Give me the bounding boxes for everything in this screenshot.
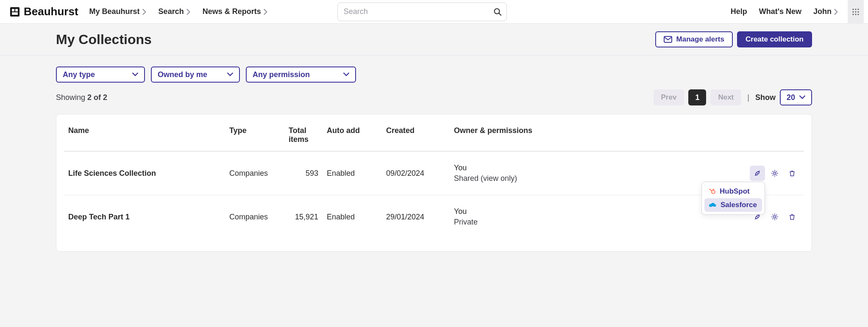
filter-owner-label: Owned by me [158,70,207,79]
pager-separator: | [746,93,751,102]
nav-help-label: Help [731,7,747,16]
table-row: Life Sciences Collection Companies 593 E… [64,151,804,195]
nav-news-label: News & Reports [203,7,261,16]
trash-icon [788,213,796,221]
cell-created: 09/02/2024 [382,151,450,195]
svg-point-25 [773,216,776,218]
filter-type[interactable]: Any type [56,67,145,83]
owner-line2: Shared (view only) [454,174,740,183]
svg-point-8 [857,8,859,10]
cell-auto: Enabled [323,151,382,195]
svg-rect-3 [12,12,18,15]
svg-point-24 [773,172,776,174]
gear-icon [771,169,779,177]
nav-user-name: John [813,7,832,16]
cell-created: 29/01/2024 [382,195,450,239]
col-auto: Auto add [323,122,382,151]
brand[interactable]: Beauhurst [4,5,83,18]
popover-hubspot-label: HubSpot [720,187,750,196]
chevron-right-icon [186,9,191,15]
nav-news-reports[interactable]: News & Reports [197,0,274,24]
svg-point-13 [855,14,856,15]
cell-name[interactable]: Deep Tech Part 1 [64,195,225,239]
settings-button[interactable] [767,166,782,181]
filter-permission[interactable]: Any permission [246,67,356,83]
nav-whats-new-label: What's New [759,7,801,16]
top-navbar: Beauhurst My Beauhurst Search News & Rep… [0,0,868,24]
cell-owner: You Private [450,195,745,239]
filter-type-label: Any type [63,70,95,79]
integrations-popover: HubSpot Salesforce [701,182,765,215]
col-owner: Owner & permissions [450,122,745,151]
settings-button[interactable] [767,209,782,224]
page-title: My Collections [56,32,152,47]
owner-line2: Private [454,218,740,227]
cell-total: 15,921 [284,195,323,239]
svg-rect-0 [10,7,19,17]
svg-point-10 [855,11,856,12]
gear-icon [771,213,779,221]
hubspot-icon [709,188,715,195]
nav-user-menu[interactable]: John [807,0,844,24]
manage-alerts-button[interactable]: Manage alerts [655,31,733,47]
table-row: Deep Tech Part 1 Companies 15,921 Enable… [64,195,804,239]
cell-type: Companies [225,195,284,239]
svg-rect-2 [15,9,18,11]
search-icon[interactable] [493,8,502,16]
chevron-right-icon [142,9,147,15]
page-size-select[interactable]: 20 [780,89,812,105]
trash-icon [788,169,796,177]
chevron-down-icon [343,72,349,77]
show-label: Show [755,93,776,102]
cell-name[interactable]: Life Sciences Collection [64,151,225,195]
cell-auto: Enabled [323,195,382,239]
cell-owner: You Shared (view only) [450,151,745,195]
col-name: Name [64,122,225,151]
nav-search-label: Search [159,7,184,16]
brand-logo-icon [9,6,20,17]
col-actions [745,122,804,151]
popover-salesforce[interactable]: Salesforce [704,198,762,212]
svg-point-4 [494,8,499,14]
manage-alerts-label: Manage alerts [676,35,724,44]
nav-search[interactable]: Search [153,0,197,24]
nav-my-beauhurst[interactable]: My Beauhurst [83,0,153,24]
salesforce-icon [709,202,716,208]
filter-permission-label: Any permission [253,70,310,79]
col-type: Type [225,122,284,151]
popover-salesforce-label: Salesforce [721,201,757,209]
apps-grid-button[interactable] [848,0,864,24]
chevron-down-icon [132,72,138,77]
col-created: Created [382,122,450,151]
nav-help[interactable]: Help [725,0,753,24]
delete-button[interactable] [785,166,800,181]
svg-line-5 [499,13,501,15]
cell-total: 593 [284,151,323,195]
create-collection-button[interactable]: Create collection [737,31,812,47]
brand-name: Beauhurst [24,5,78,18]
cell-actions: HubSpot Salesforce [745,151,804,195]
nav-whats-new[interactable]: What's New [753,0,807,24]
prev-button[interactable]: Prev [654,89,684,105]
chevron-right-icon [264,9,268,15]
svg-point-14 [857,14,859,15]
popover-hubspot[interactable]: HubSpot [704,185,762,198]
col-total: Total items [284,122,323,151]
page-size-value: 20 [787,93,795,102]
integrations-button[interactable]: HubSpot Salesforce [750,166,765,181]
delete-button[interactable] [785,209,800,224]
pagination: Prev 1 Next | Show 20 [654,89,812,105]
meta-row: Showing 2 of 2 Prev 1 Next | Show 20 [56,89,812,105]
search-input[interactable] [337,3,507,21]
owner-line1: You [454,164,467,172]
envelope-icon [664,36,672,43]
filter-row: Any type Owned by me Any permission [56,67,812,83]
svg-point-9 [852,11,854,12]
filter-owner[interactable]: Owned by me [151,67,240,83]
owner-line1: You [454,207,467,216]
next-button[interactable]: Next [710,89,741,105]
results-count: Showing 2 of 2 [56,93,107,102]
chevron-down-icon [227,72,233,77]
chevron-down-icon [799,95,805,100]
collections-table-card: Name Type Total items Auto add Created O… [56,114,812,252]
